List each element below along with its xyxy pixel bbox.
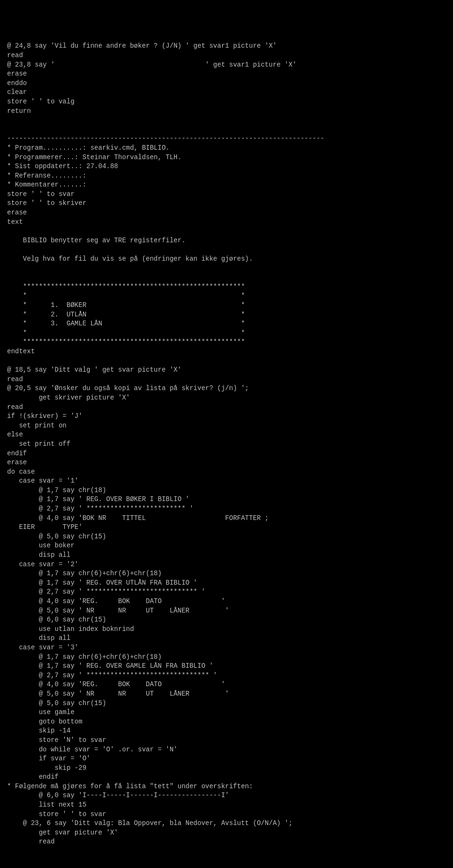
code-content: @ 24,8 say 'Vil du finne andre bøker ? (…	[7, 42, 446, 847]
